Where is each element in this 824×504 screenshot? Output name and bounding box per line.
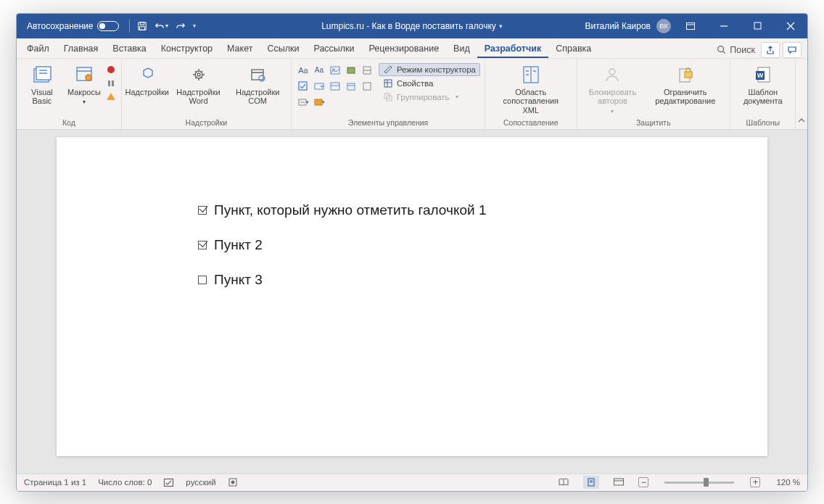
group-code: Visual Basic Макросы▾ Код [17, 59, 122, 129]
share-button[interactable] [761, 42, 780, 58]
ribbon-tabs: Файл Главная Вставка Конструктор Макет С… [17, 38, 807, 59]
list-item[interactable]: Пункт 3 [198, 272, 767, 288]
svg-rect-1 [141, 22, 144, 25]
zoom-out-button[interactable]: − [638, 477, 648, 487]
collapse-ribbon-button[interactable] [796, 59, 807, 129]
group-templates: W Шаблон документа Шаблоны [730, 59, 796, 129]
checkbox-control-icon[interactable] [296, 79, 310, 94]
document-template-button[interactable]: W Шаблон документа [735, 62, 791, 106]
tab-developer[interactable]: Разработчик [477, 40, 548, 58]
date-control-icon[interactable] [344, 79, 358, 94]
checkbox-control[interactable] [198, 276, 207, 284]
undo-icon[interactable]: ▾ [154, 21, 168, 31]
proofing-icon[interactable] [163, 477, 174, 488]
save-icon[interactable] [137, 21, 147, 31]
read-mode-button[interactable] [556, 476, 572, 489]
tab-view[interactable]: Вид [446, 40, 477, 58]
quick-access-toolbar: ▾ ▾ [125, 20, 200, 33]
tab-design[interactable]: Конструктор [154, 40, 220, 58]
document-page: Пункт, который нужно отметить галочкой 1… [57, 137, 767, 456]
activex-icon[interactable]: ▾ [312, 95, 326, 110]
word-doc-icon: W [752, 64, 774, 86]
autosave-toggle[interactable]: Автосохранение [17, 21, 125, 31]
checkbox-control[interactable] [198, 241, 207, 249]
properties-button[interactable]: Свойства [379, 77, 480, 90]
macros-button[interactable]: Макросы▾ [65, 62, 104, 106]
tab-help[interactable]: Справка [548, 40, 598, 58]
svg-point-51 [609, 69, 615, 75]
autosave-label: Автосохранение [27, 21, 93, 31]
block-authors-button: Блокировать авторов▾ [582, 62, 644, 115]
svg-rect-57 [165, 479, 173, 486]
ribbon-display-button[interactable] [674, 14, 707, 38]
svg-text:W: W [757, 72, 764, 79]
zoom-value[interactable]: 120 % [776, 478, 800, 487]
macro-security-icon[interactable] [105, 91, 117, 103]
combobox-control-icon[interactable] [312, 79, 326, 94]
com-addins-button[interactable]: Надстройки COM [228, 62, 287, 106]
comments-button[interactable] [783, 42, 802, 58]
redo-icon[interactable] [176, 21, 186, 31]
group-controls: Aa Aa ▾ ▾ Режим конструктора [292, 59, 485, 129]
tab-insert[interactable]: Вставка [105, 40, 153, 58]
group-icon [383, 92, 393, 102]
addins-button[interactable]: Надстройки [126, 62, 168, 97]
qat-dropdown-icon[interactable]: ▾ [193, 22, 196, 29]
page-indicator[interactable]: Страница 1 из 1 [24, 478, 86, 487]
lock-icon [675, 64, 696, 86]
picture-control-icon[interactable] [328, 63, 342, 78]
username-label: Виталий Каиров [585, 21, 651, 31]
plaintext-control-icon[interactable]: Aa [312, 63, 326, 78]
svg-rect-40 [315, 99, 322, 105]
checkbox-control[interactable] [198, 206, 207, 215]
xml-mapping-button[interactable]: Область сопоставления XML [490, 62, 572, 115]
tab-review[interactable]: Рецензирование [362, 40, 447, 58]
svg-point-9 [718, 46, 724, 52]
search-button[interactable]: Поиск [711, 42, 761, 58]
user-area[interactable]: Виталий Каиров ВК [585, 19, 674, 33]
language-indicator[interactable]: русский [186, 478, 215, 487]
tab-mailings[interactable]: Рассылки [306, 40, 361, 58]
tab-file[interactable]: Файл [20, 40, 57, 58]
close-button[interactable] [774, 14, 807, 38]
toggle-off-icon [97, 21, 119, 31]
repeat-control-icon[interactable] [360, 79, 374, 94]
com-icon [247, 64, 268, 86]
record-macro-icon[interactable] [105, 64, 117, 75]
visual-basic-button[interactable]: Visual Basic [21, 62, 63, 106]
group-mapping: Область сопоставления XML Сопоставление [485, 59, 577, 129]
restrict-editing-button[interactable]: Ограничить редактирование [645, 62, 725, 106]
svg-point-18 [107, 66, 115, 73]
richtext-control-icon[interactable]: Aa [296, 63, 310, 78]
svg-point-25 [259, 75, 265, 81]
list-item[interactable]: Пункт 2 [198, 237, 767, 253]
svg-rect-2 [140, 26, 145, 29]
ruler-icon [383, 65, 393, 75]
ribbon: Visual Basic Макросы▾ Код Надстройки Над… [17, 59, 807, 130]
dropdown-control-icon[interactable] [328, 79, 342, 94]
macro-record-icon[interactable] [228, 477, 238, 487]
buildingblock-control-icon[interactable] [344, 63, 358, 78]
legacy-form-icon[interactable]: ▾ [296, 95, 310, 110]
zoom-slider[interactable] [664, 482, 734, 484]
document-title[interactable]: Lumpics.ru - Как в Ворде поставить галоч… [321, 21, 503, 31]
maximize-button[interactable] [741, 14, 774, 38]
addins-icon [136, 64, 158, 86]
web-layout-button[interactable] [611, 476, 627, 489]
tab-references[interactable]: Ссылки [260, 40, 306, 58]
word-addins-button[interactable]: Надстройки Word [170, 62, 228, 106]
tab-home[interactable]: Главная [57, 40, 106, 58]
word-count[interactable]: Число слов: 0 [98, 478, 152, 487]
design-mode-button[interactable]: Режим конструктора [379, 63, 480, 76]
avatar: ВК [656, 19, 671, 33]
document-area[interactable]: Пункт, который нужно отметить галочкой 1… [17, 130, 807, 474]
section-control-icon[interactable] [360, 63, 374, 78]
pause-macro-icon[interactable] [105, 78, 117, 89]
zoom-in-button[interactable]: + [750, 477, 760, 487]
minimize-button[interactable] [707, 14, 741, 38]
print-layout-button[interactable] [583, 476, 599, 489]
svg-rect-35 [347, 83, 355, 90]
list-item[interactable]: Пункт, который нужно отметить галочкой 1 [198, 202, 767, 218]
tab-layout[interactable]: Макет [220, 40, 260, 58]
group-addins: Надстройки Надстройки Word Надстройки CO… [122, 59, 292, 129]
